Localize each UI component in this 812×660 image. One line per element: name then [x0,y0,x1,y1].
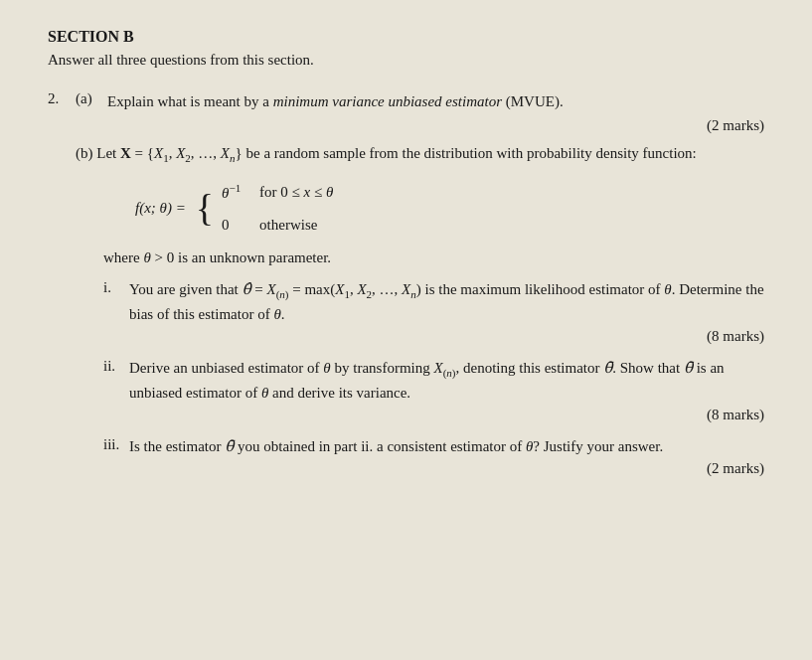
subpart-i-row: i. You are given that θ̂ = X(n) = max(X1… [103,278,764,326]
subpart-ii-label: ii. [103,357,123,375]
section-title: SECTION B [48,28,764,46]
subpart-i-text: You are given that θ̂ = X(n) = max(X1, X… [129,278,764,326]
part-b-label: (b) [76,145,96,161]
pdf-condition-1: for 0 ≤ x ≤ θ [259,177,333,207]
part-b-intro-row: (b) Let X = {X1, X2, …, Xn} be a random … [76,142,764,167]
mvue-emphasis: minimum variance unbiased estimator [273,93,502,109]
part-b-intro-text: Let X = {X1, X2, …, Xn} be a random samp… [96,145,696,161]
subpart-iii-label: iii. [103,435,123,453]
pdf-value-2: 0 [222,210,249,240]
subpart-i-block: i. You are given that θ̂ = X(n) = max(X1… [103,278,764,345]
subpart-iii-block: iii. Is the estimator θ̄ you obtained in… [103,435,764,477]
part-a-marks-text: (2 marks) [707,117,764,134]
part-a-label: (a) [76,90,107,107]
pdf-definition: f(x; θ) = { θ−1 for 0 ≤ x ≤ θ 0 otherwis… [135,177,764,240]
pdf-function-label: f(x; θ) = [135,193,186,223]
part-a-marks: (2 marks) [48,117,764,134]
section-intro: Answer all three questions from this sec… [48,52,764,69]
subpart-iii-row: iii. Is the estimator θ̄ you obtained in… [103,435,764,458]
subpart-ii-block: ii. Derive an unbiased estimator of θ by… [103,357,764,423]
subpart-ii-text: Derive an unbiased estimator of θ by tra… [129,357,764,405]
question-2-part-a-row: 2. (a) Explain what is meant by a minimu… [48,90,764,113]
where-text: where θ > 0 is an unknown parameter. [103,249,764,266]
page-container: SECTION B Answer all three questions fro… [48,28,764,477]
part-a-text: Explain what is meant by a minimum varia… [107,90,764,113]
pdf-cases: θ−1 for 0 ≤ x ≤ θ 0 otherwise [222,177,333,240]
pdf-case-1: θ−1 for 0 ≤ x ≤ θ [222,177,333,208]
subpart-iii-text: Is the estimator θ̄ you obtained in part… [129,435,764,458]
subpart-i-marks: (8 marks) [103,328,764,345]
question-2: 2. (a) Explain what is meant by a minimu… [48,90,764,477]
question-number: 2. [48,90,76,107]
brace-symbol: { [196,189,214,227]
question-2-part-b: (b) Let X = {X1, X2, …, Xn} be a random … [76,142,764,478]
subpart-ii-row: ii. Derive an unbiased estimator of θ by… [103,357,764,405]
subpart-ii-marks-text: (8 marks) [707,407,764,423]
subpart-i-marks-text: (8 marks) [707,328,764,345]
subpart-iii-marks-text: (2 marks) [707,460,764,477]
pdf-condition-2: otherwise [259,210,317,240]
pdf-row: f(x; θ) = { θ−1 for 0 ≤ x ≤ θ 0 otherwis… [135,177,764,240]
subpart-i-label: i. [103,278,123,296]
subpart-ii-marks: (8 marks) [103,407,764,423]
subpart-iii-marks: (2 marks) [103,460,764,477]
pdf-case-2: 0 otherwise [222,210,333,240]
pdf-value-1: θ−1 [222,177,249,208]
